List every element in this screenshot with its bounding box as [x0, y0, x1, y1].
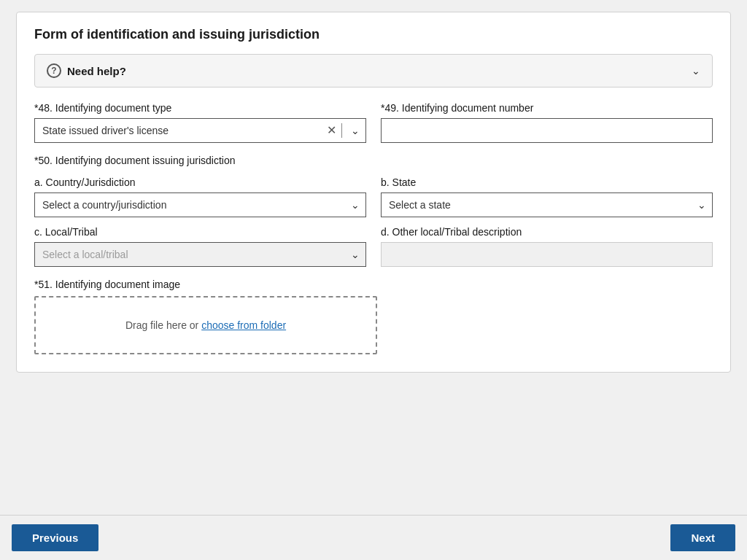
- form-title: Form of identification and issuing juris…: [34, 27, 713, 42]
- field-50b-select[interactable]: Select a state Alabama Alaska Arizona Ca…: [382, 193, 712, 217]
- field-50c-label: c. Local/Tribal: [34, 226, 366, 238]
- field-50a-select-wrapper: Select a country/jurisdiction United Sta…: [34, 192, 366, 217]
- field-48-select[interactable]: State issued driver's license Passport S…: [35, 119, 365, 142]
- help-label: Need help?: [67, 65, 126, 77]
- field-51-label: *51. Identifying document image: [34, 279, 713, 290]
- field-48-label: *48. Identifying document type: [34, 102, 366, 114]
- help-icon: ?: [47, 63, 61, 78]
- file-drop-zone[interactable]: Drag file here or choose from folder: [34, 296, 377, 354]
- field-50d-group: d. Other local/Tribal description: [381, 226, 713, 267]
- field-50b-group: b. State Select a state Alabama Alaska A…: [381, 176, 713, 217]
- field-48-divider: [341, 123, 342, 137]
- field-50b-label: b. State: [381, 176, 713, 188]
- field-49-group: *49. Identifying document number: [381, 102, 713, 143]
- field-50c-group: c. Local/Tribal Select a local/tribal Op…: [34, 226, 366, 267]
- field-48-group: *48. Identifying document type State iss…: [34, 102, 366, 143]
- field-50a-label: a. Country/Jurisdiction: [34, 176, 366, 188]
- field-48-clear-button[interactable]: ✕: [324, 125, 339, 136]
- field-50a-select[interactable]: Select a country/jurisdiction United Sta…: [35, 193, 365, 217]
- choose-from-folder-link[interactable]: choose from folder: [201, 319, 286, 331]
- previous-button[interactable]: Previous: [12, 524, 98, 551]
- help-accordion[interactable]: ? Need help? ⌄: [34, 54, 713, 88]
- field-50d-label: d. Other local/Tribal description: [381, 226, 713, 238]
- field-49-input[interactable]: [381, 118, 713, 143]
- bottom-navigation: Previous Next: [0, 515, 747, 560]
- field-50c-select-wrapper: Select a local/tribal Option 1 Option 2 …: [34, 242, 366, 267]
- next-button[interactable]: Next: [670, 524, 735, 551]
- field-51-group: *51. Identifying document image Drag fil…: [34, 279, 713, 354]
- chevron-down-icon: ⌄: [692, 65, 700, 77]
- field-48-select-wrapper: State issued driver's license Passport S…: [34, 118, 366, 143]
- field-50-label: *50. Identifying document issuing jurisd…: [34, 155, 713, 166]
- field-50b-select-wrapper: Select a state Alabama Alaska Arizona Ca…: [381, 192, 713, 217]
- field-50d-input[interactable]: [381, 242, 713, 267]
- field-50a-group: a. Country/Jurisdiction Select a country…: [34, 176, 366, 217]
- field-49-label: *49. Identifying document number: [381, 102, 713, 114]
- field-50c-select[interactable]: Select a local/tribal Option 1 Option 2: [35, 243, 365, 266]
- drop-text: Drag file here or: [125, 319, 201, 331]
